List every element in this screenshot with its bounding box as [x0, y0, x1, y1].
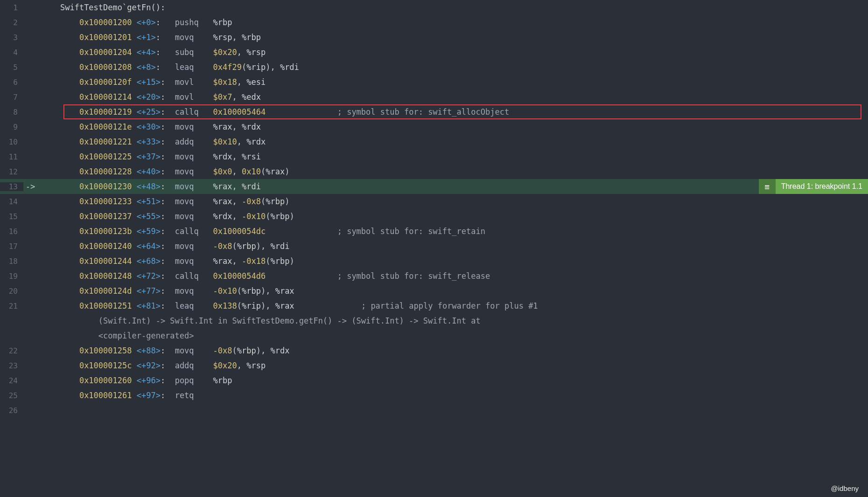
breakpoint-badge[interactable]: ≡Thread 1: breakpoint 1.1	[759, 179, 868, 194]
line-number: 4	[0, 48, 23, 57]
line-number: 11	[0, 152, 23, 161]
line-number: 21	[0, 302, 23, 311]
code-line[interactable]: 1 SwiftTestDemo`getFn():	[0, 0, 868, 15]
line-number: 15	[0, 212, 23, 221]
line-content: 0x100001204 <+4>: subq $0x20, %rsp	[37, 48, 868, 57]
line-content: 0x100001214 <+20>: movl $0x7, %edx	[37, 92, 868, 102]
line-number: 1	[0, 3, 23, 12]
line-number: 6	[0, 78, 23, 87]
line-content: 0x10000125c <+92>: addq $0x20, %rsp	[37, 361, 868, 370]
line-number: 10	[0, 138, 23, 146]
code-line[interactable]: 16 0x10000123b <+59>: callq 0x1000054dc …	[0, 224, 868, 239]
line-content: 0x10000121e <+30>: movq %rax, %rdx	[37, 122, 868, 131]
line-number: 18	[0, 257, 23, 266]
line-content: 0x100001261 <+97>: retq	[37, 391, 868, 400]
line-content: 0x10000123b <+59>: callq 0x1000054dc ; s…	[37, 227, 868, 236]
line-content: 0x100001260 <+96>: popq %rbp	[37, 376, 868, 385]
line-content: 0x100001208 <+8>: leaq 0x4f29(%rip), %rd…	[37, 62, 868, 72]
code-line[interactable]: 25 0x100001261 <+97>: retq	[0, 388, 868, 403]
code-line[interactable]: 7 0x100001214 <+20>: movl $0x7, %edx	[0, 90, 868, 104]
code-line[interactable]: 9 0x10000121e <+30>: movq %rax, %rdx	[0, 119, 868, 134]
line-content: 0x10000124d <+77>: movq -0x10(%rbp), %ra…	[37, 286, 868, 296]
line-number: 20	[0, 287, 23, 296]
disassembly-view[interactable]: 1 SwiftTestDemo`getFn():2 0x100001200 <+…	[0, 0, 868, 497]
line-content: 0x100001237 <+55>: movq %rdx, -0x10(%rbp…	[37, 212, 868, 221]
line-number: 19	[0, 272, 23, 281]
line-number: 22	[0, 346, 23, 355]
code-line[interactable]: 18 0x100001244 <+68>: movq %rax, -0x18(%…	[0, 254, 868, 269]
line-content: (Swift.Int) -> Swift.Int in SwiftTestDem…	[37, 316, 868, 325]
code-line[interactable]: 22 0x100001258 <+88>: movq -0x8(%rbp), %…	[0, 343, 868, 358]
line-content: 0x100001230 <+48>: movq %rax, %rdi	[37, 182, 868, 191]
code-line[interactable]: 14 0x100001233 <+51>: movq %rax, -0x8(%r…	[0, 194, 868, 209]
line-content: 0x100001201 <+1>: movq %rsp, %rbp	[37, 33, 868, 42]
line-content: 0x100001251 <+81>: leaq 0x138(%rip), %ra…	[37, 301, 868, 311]
code-line[interactable]: 2 0x100001200 <+0>: pushq %rbp	[0, 15, 868, 30]
code-line[interactable]: 6 0x10000120f <+15>: movl $0x18, %esi	[0, 75, 868, 90]
code-line[interactable]: 3 0x100001201 <+1>: movq %rsp, %rbp	[0, 30, 868, 45]
code-line[interactable]: 8 0x100001219 <+25>: callq 0x100005464 ;…	[0, 104, 868, 119]
line-number: 5	[0, 63, 23, 72]
code-line[interactable]: 26	[0, 403, 868, 418]
code-line[interactable]: 4 0x100001204 <+4>: subq $0x20, %rsp	[0, 45, 868, 60]
line-number: 13	[0, 182, 23, 191]
line-content: 0x100001228 <+40>: movq $0x0, 0x10(%rax)	[37, 167, 868, 176]
line-content: 0x100001221 <+33>: addq $0x10, %rdx	[37, 137, 868, 146]
code-line[interactable]: 5 0x100001208 <+8>: leaq 0x4f29(%rip), %…	[0, 60, 868, 75]
line-content: 0x100001225 <+37>: movq %rdx, %rsi	[37, 152, 868, 161]
line-content: 0x100001200 <+0>: pushq %rbp	[37, 18, 868, 27]
line-number: 25	[0, 391, 23, 400]
line-number: 3	[0, 33, 23, 42]
line-number: 9	[0, 123, 23, 131]
code-line[interactable]: 12 0x100001228 <+40>: movq $0x0, 0x10(%r…	[0, 164, 868, 179]
watermark: @idbeny	[831, 484, 859, 492]
line-content: 0x100001240 <+64>: movq -0x8(%rbp), %rdi	[37, 242, 868, 251]
line-content: 0x100001248 <+72>: callq 0x1000054d6 ; s…	[37, 271, 868, 281]
line-number: 16	[0, 227, 23, 236]
line-number: 12	[0, 167, 23, 176]
line-number: 23	[0, 361, 23, 370]
line-number: 8	[0, 108, 23, 117]
code-line[interactable]: 15 0x100001237 <+55>: movq %rdx, -0x10(%…	[0, 209, 868, 224]
line-content: 0x100001219 <+25>: callq 0x100005464 ; s…	[37, 107, 868, 117]
current-line-arrow: ->	[23, 182, 37, 191]
line-number: 14	[0, 197, 23, 206]
line-content: 0x100001244 <+68>: movq %rax, -0x18(%rbp…	[37, 256, 868, 266]
breakpoint-label: Thread 1: breakpoint 1.1	[776, 179, 868, 194]
line-content: 0x100001233 <+51>: movq %rax, -0x8(%rbp)	[37, 197, 868, 206]
code-line[interactable]: 17 0x100001240 <+64>: movq -0x8(%rbp), %…	[0, 239, 868, 254]
line-content: <compiler-generated>	[37, 331, 868, 340]
breakpoint-icon: ≡	[759, 179, 776, 194]
line-number: 2	[0, 18, 23, 27]
code-line[interactable]: 21 0x100001251 <+81>: leaq 0x138(%rip), …	[0, 298, 868, 313]
code-line[interactable]: 20 0x10000124d <+77>: movq -0x10(%rbp), …	[0, 283, 868, 298]
code-line[interactable]: 23 0x10000125c <+92>: addq $0x20, %rsp	[0, 358, 868, 373]
line-content: 0x10000120f <+15>: movl $0x18, %esi	[37, 77, 868, 87]
code-line[interactable]: 10 0x100001221 <+33>: addq $0x10, %rdx	[0, 134, 868, 149]
code-line[interactable]: 13-> 0x100001230 <+48>: movq %rax, %rdi≡…	[0, 179, 868, 194]
code-line[interactable]: (Swift.Int) -> Swift.Int in SwiftTestDem…	[0, 313, 868, 328]
line-number: 7	[0, 93, 23, 102]
line-content: SwiftTestDemo`getFn():	[37, 3, 868, 12]
code-line[interactable]: <compiler-generated>	[0, 328, 868, 343]
line-number: 24	[0, 376, 23, 385]
code-line[interactable]: 11 0x100001225 <+37>: movq %rdx, %rsi	[0, 149, 868, 164]
line-number: 26	[0, 406, 23, 415]
line-content: 0x100001258 <+88>: movq -0x8(%rbp), %rdx	[37, 346, 868, 355]
code-line[interactable]: 19 0x100001248 <+72>: callq 0x1000054d6 …	[0, 269, 868, 283]
code-line[interactable]: 24 0x100001260 <+96>: popq %rbp	[0, 373, 868, 388]
line-number: 17	[0, 242, 23, 251]
